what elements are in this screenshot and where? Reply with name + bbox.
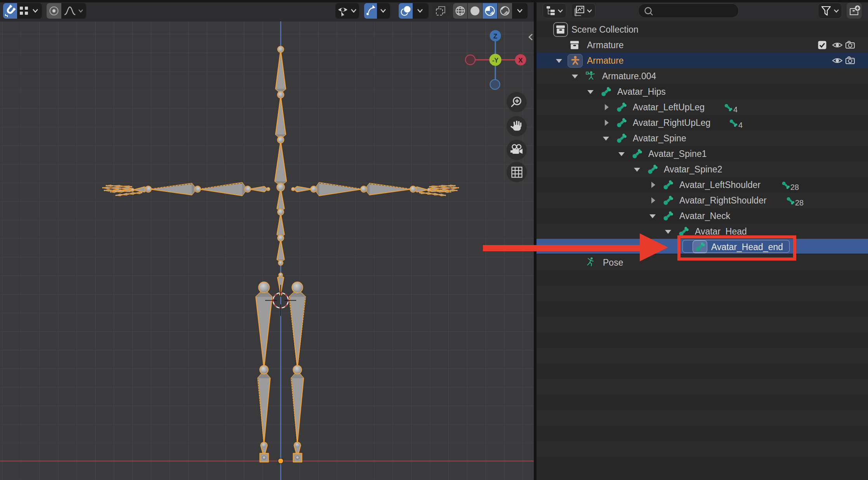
svg-text:Z: Z [493, 33, 497, 40]
svg-text:-Y: -Y [492, 57, 498, 64]
svg-text:X: X [518, 57, 523, 64]
